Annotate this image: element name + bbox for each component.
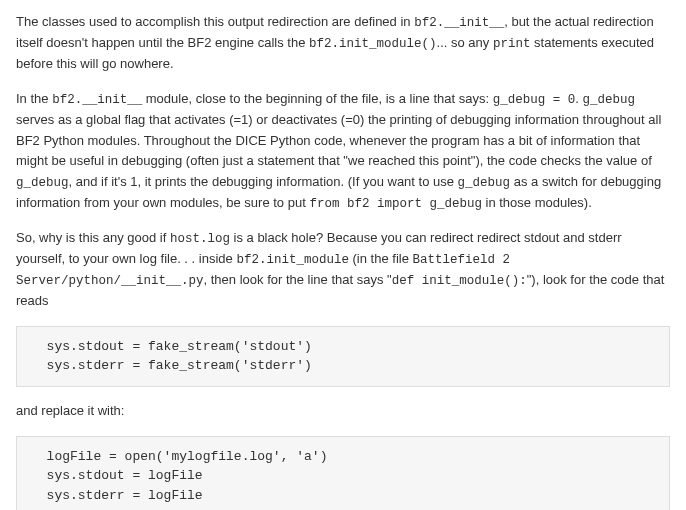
inline-code: g_debug [16, 176, 69, 190]
inline-code: bf2.__init__ [414, 16, 504, 30]
inline-code: print [493, 37, 531, 51]
code-block-replacement: logFile = open('mylogfile.log', 'a') sys… [16, 436, 670, 510]
inline-code: host.log [170, 232, 230, 246]
text: (in the file [349, 251, 413, 266]
inline-code: g_debug [582, 93, 635, 107]
code-block-original: sys.stdout = fake_stream('stdout') sys.s… [16, 326, 670, 387]
inline-code: bf2.init_module [236, 253, 349, 267]
paragraph-gdebug: In the bf2.__init__ module, close to the… [16, 89, 670, 214]
text: in those modules). [482, 195, 592, 210]
text: ... so any [437, 35, 493, 50]
text: , then look for the line that says " [204, 272, 392, 287]
text: serves as a global flag that activates (… [16, 112, 661, 169]
inline-code: g_debug = 0 [493, 93, 576, 107]
paragraph-between: and replace it with: [16, 401, 670, 422]
paragraph-intro: The classes used to accomplish this outp… [16, 12, 670, 75]
text: The classes used to accomplish this outp… [16, 14, 414, 29]
inline-code: def init_module(): [392, 274, 527, 288]
inline-code: bf2.__init__ [52, 93, 142, 107]
text: So, why is this any good if [16, 230, 170, 245]
text: In the [16, 91, 52, 106]
paragraph-redirect: So, why is this any good if host.log is … [16, 228, 670, 312]
inline-code: g_debug [458, 176, 511, 190]
inline-code: bf2.init_module() [309, 37, 437, 51]
text: , and if it's 1, it prints the debugging… [69, 174, 458, 189]
text: module, close to the beginning of the fi… [142, 91, 493, 106]
inline-code: from bf2 import g_debug [309, 197, 482, 211]
